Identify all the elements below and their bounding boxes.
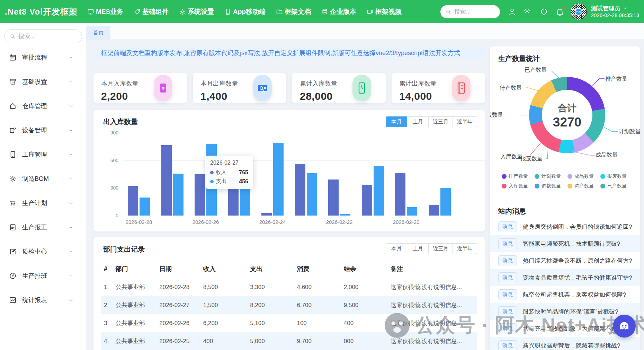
sidebar-item-label: 生产排班 (22, 272, 68, 280)
x-tick-label: 2026-02-24 (259, 219, 286, 225)
sidebar-item-5[interactable]: 制造BOM (0, 167, 86, 191)
bar-支出-2026-02-19[interactable] (440, 188, 451, 216)
table-col-2: 日期 (156, 261, 200, 278)
home-icon (9, 102, 17, 110)
edit-icon (9, 248, 17, 255)
sidebar-item-6[interactable]: 生产计划 (0, 191, 86, 215)
table-row-2[interactable]: 3.公共事业部2026-02-266,2005,100100400这家伙很懒,没… (101, 314, 477, 332)
legend-item-已产数量[interactable]: 已产数量 (600, 183, 633, 189)
message-item-1[interactable]: 消息 智能家电频繁死机，技术瓶颈待突破? (490, 235, 640, 252)
table-row-1[interactable]: 2.公共事业部2026-02-271,5008,2006,7009,500这家伙… (101, 296, 477, 314)
bar-收入-2026-02-20[interactable] (395, 173, 405, 216)
sidebar-item-0[interactable]: 审批流程 (0, 45, 86, 70)
user-icon[interactable] (508, 7, 517, 16)
bar-支出-2026-02-22[interactable] (340, 214, 350, 216)
notification-badge (562, 6, 565, 9)
nav-item-4[interactable]: 框架文档 (276, 7, 311, 16)
period-上月[interactable]: 上月 (407, 116, 429, 127)
bar-支出-2026-02-20[interactable] (407, 207, 417, 216)
legend-label: 入库数量 (509, 183, 528, 189)
bar-收入-2026-02-24[interactable] (261, 213, 272, 216)
period-近半年[interactable]: 近半年 (453, 243, 477, 254)
sidebar-item-label: 质检中心 (22, 247, 68, 256)
bar-支出-2026-02-28[interactable] (140, 198, 150, 216)
period-本月[interactable]: 本月 (386, 116, 407, 127)
table-cell: 公共事业部 (113, 296, 156, 314)
sidebar-item-1[interactable]: 基础设置 (0, 70, 86, 94)
period-本月[interactable]: 本月 (386, 243, 407, 254)
bar-收入-2026-02-28[interactable] (128, 186, 138, 216)
sidebar-item-7[interactable]: 生产报工 (0, 215, 86, 239)
message-item-7[interactable]: 消息 新兴职业高薪背后，隐藏着哪些挑战? (490, 337, 640, 350)
expense-table-card: 部门支出记录 本月上月近三月近半年 #部门日期收入支出消费结余备注 1.公共事业… (93, 237, 485, 350)
table-cell: 2026-02-28 (156, 278, 200, 296)
period-近三月[interactable]: 近三月 (429, 116, 453, 127)
chat-float-button[interactable] (613, 315, 636, 338)
table-cell: 2,000 (341, 278, 388, 296)
bar-收入-2026-02-26[interactable] (195, 174, 205, 216)
legend-dot (567, 184, 572, 189)
sidebar-search-input[interactable] (18, 33, 74, 40)
phone-icon (224, 8, 231, 15)
nav-item-label: MES业务 (96, 7, 123, 16)
nav-item-2[interactable]: 系统设置 (179, 7, 214, 16)
table-row-3[interactable]: 4.公共事业部2026-02-254005,0009,700000这家伙很懒,没… (101, 332, 477, 350)
sidebar-item-9[interactable]: 生产排班 (0, 264, 86, 288)
bar-收入-2026-02-23[interactable] (295, 164, 305, 216)
bar-支出-2026-02-21[interactable] (374, 166, 384, 216)
stat-badge (352, 75, 371, 101)
bar-收入-2026-02-21[interactable] (362, 185, 372, 216)
bar-支出-2026-02-24[interactable] (273, 143, 284, 216)
sidebar-item-label: 工序管理 (22, 150, 68, 159)
sidebar-item-8[interactable]: 质检中心 (0, 239, 86, 264)
nav-item-3[interactable]: App移动端 (224, 7, 266, 16)
nav-item-6[interactable]: 框架视频 (367, 7, 402, 16)
message-item-4[interactable]: 消息 航空公司超售机票，乘客权益如何保障? (490, 286, 640, 303)
legend-item-待产数量[interactable]: 待产数量 (567, 183, 600, 189)
gridline (123, 133, 485, 133)
global-search-input[interactable] (454, 8, 492, 15)
bar-支出-2026-02-23[interactable] (307, 173, 317, 216)
bar-收入-2026-02-27[interactable] (161, 145, 172, 216)
settings-icon[interactable] (524, 7, 533, 16)
tab-home[interactable]: 首页 (86, 26, 110, 40)
notifications-icon[interactable] (555, 7, 564, 16)
legend-item-计划数量[interactable]: 计划数量 (535, 173, 567, 180)
table-cell: 5,100 (247, 314, 294, 332)
user-menu[interactable]: 测试管理员 (591, 5, 639, 12)
bar-支出-2026-02-27[interactable] (173, 174, 184, 216)
table-col-5: 消费 (294, 261, 341, 278)
table-col-3: 收入 (200, 261, 247, 278)
donut-label-待产数量: 待产数量 (500, 85, 522, 92)
message-item-2[interactable]: 消息 热门综艺抄袭争议不断，原创之路在何方? (490, 252, 640, 269)
legend-item-报废数量[interactable]: 报废数量 (600, 173, 633, 180)
logout-icon[interactable] (539, 7, 548, 16)
sidebar-item-3[interactable]: 设备管理 (0, 118, 86, 142)
period-近三月[interactable]: 近三月 (429, 243, 453, 254)
message-item-0[interactable]: 消息 健身房突然倒闭，会员们的钱该如何追回? (490, 218, 640, 235)
stat-badge (253, 75, 272, 101)
legend-item-排产数量[interactable]: 排产数量 (502, 173, 535, 180)
bar-收入-2026-02-22[interactable] (328, 180, 339, 216)
sidebar-item-label: 审批流程 (22, 53, 68, 62)
global-search[interactable] (440, 5, 500, 18)
message-badge: 消息 (498, 238, 517, 249)
legend-item-入库数量[interactable]: 入库数量 (502, 183, 535, 189)
message-item-3[interactable]: 消息 宠物食品质量堪忧，毛孩子的健康谁守护? (490, 269, 640, 286)
legend-item-调拨数量[interactable]: 调拨数量 (535, 183, 567, 189)
app-logo: .Net8 Vol开发框架 (0, 6, 87, 17)
nav-item-1[interactable]: 基础组件 (134, 7, 169, 16)
gridline (123, 160, 485, 161)
sidebar-search[interactable] (4, 29, 82, 43)
nav-item-5[interactable]: 企业版本 (321, 7, 356, 16)
nav-item-0[interactable]: MES业务 (87, 7, 123, 16)
legend-item-成品数量[interactable]: 成品数量 (567, 173, 600, 180)
period-上月[interactable]: 上月 (407, 243, 429, 254)
avatar[interactable]: VOL (571, 3, 587, 20)
sidebar-item-10[interactable]: 统计报表 (0, 288, 86, 312)
table-row-0[interactable]: 1.公共事业部2026-02-288,5003,3004,6002,000这家伙… (101, 278, 477, 296)
bar-收入-2026-02-19[interactable] (429, 205, 439, 216)
sidebar-item-2[interactable]: 仓库管理 (0, 94, 86, 118)
sidebar-item-4[interactable]: 工序管理 (0, 142, 86, 167)
period-近半年[interactable]: 近半年 (453, 116, 477, 127)
